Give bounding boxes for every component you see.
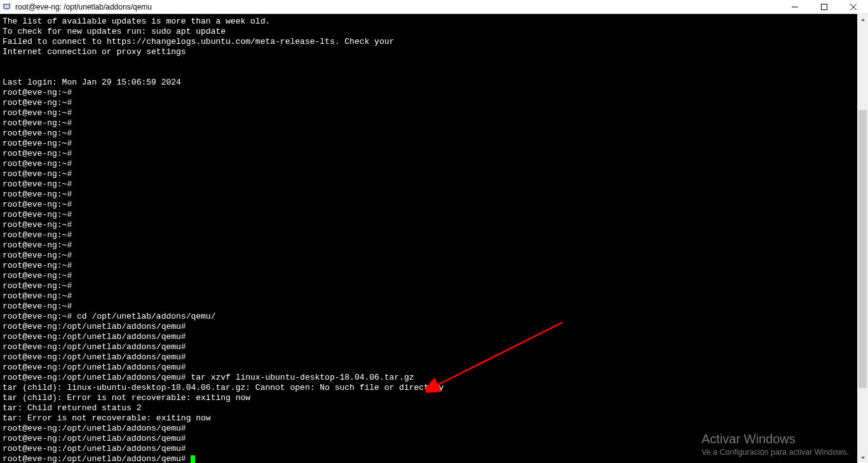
terminal-line: root@eve-ng:~# [3,261,857,271]
terminal-line: root@eve-ng:/opt/unetlab/addons/qemu# [3,363,857,373]
terminal-line: root@eve-ng:~# [3,169,857,179]
terminal-line: root@eve-ng:/opt/unetlab/addons/qemu# [3,322,857,332]
svg-rect-4 [822,4,827,10]
titlebar[interactable]: root@eve-ng: /opt/unetlab/addons/qemu [0,0,868,14]
terminal-line: root@eve-ng:~# [3,179,857,190]
scroll-up-button[interactable] [857,14,868,25]
terminal-line: root@eve-ng:/opt/unetlab/addons/qemu# [3,434,857,444]
terminal-line: root@eve-ng:~# cd /opt/unetlab/addons/qe… [3,312,857,322]
terminal-line: root@eve-ng:~# [3,118,857,128]
terminal-line: root@eve-ng:~# [3,210,857,220]
svg-rect-2 [5,9,8,10]
terminal-line: root@eve-ng:~# [3,281,857,291]
terminal-line: root@eve-ng:/opt/unetlab/addons/qemu# [3,424,857,434]
terminal-line: root@eve-ng:~# [3,149,857,159]
terminal-line: Last login: Mon Jan 29 15:06:59 2024 [3,78,857,88]
terminal-line: tar (child): linux-ubuntu-desktop-18.04.… [3,383,857,393]
scroll-thumb[interactable] [858,110,867,388]
terminal-line: root@eve-ng:~# [3,139,857,149]
terminal-line: root@eve-ng:~# [3,301,857,312]
scroll-down-button[interactable] [857,452,868,463]
terminal-line: root@eve-ng:/opt/unetlab/addons/qemu# ta… [3,373,857,383]
svg-rect-1 [4,4,10,8]
terminal-line: To check for new updates run: sudo apt u… [3,27,857,37]
terminal-active-line[interactable]: root@eve-ng:/opt/unetlab/addons/qemu# [3,454,857,463]
terminal-line: root@eve-ng:~# [3,271,857,281]
putty-icon [0,3,14,11]
terminal-line: Failed to connect to https://changelogs.… [3,37,857,47]
terminal-line: The list of available updates is more th… [3,17,857,27]
svg-rect-3 [4,10,9,10]
terminal-line: tar (child): Error is not recoverable: e… [3,393,857,403]
terminal-cursor [191,455,195,463]
terminal-line: root@eve-ng:/opt/unetlab/addons/qemu# [3,332,857,342]
terminal-line: Internet connection or proxy settings [3,47,857,57]
terminal-line: root@eve-ng:~# [3,240,857,251]
terminal-line: root@eve-ng:~# [3,220,857,230]
terminal-line [3,57,857,67]
putty-window: root@eve-ng: /opt/unetlab/addons/qemu Th… [0,0,868,463]
terminal-line: tar: Error is not recoverable: exiting n… [3,413,857,424]
terminal-output[interactable]: The list of available updates is more th… [0,14,857,463]
terminal-line: root@eve-ng:~# [3,200,857,210]
terminal-line: root@eve-ng:~# [3,108,857,118]
terminal-line: root@eve-ng:~# [3,159,857,169]
terminal-line: root@eve-ng:~# [3,88,857,98]
terminal-line: root@eve-ng:~# [3,291,857,301]
terminal-line: root@eve-ng:~# [3,190,857,200]
terminal-line: root@eve-ng:~# [3,128,857,139]
scroll-track[interactable] [857,25,868,452]
minimize-button[interactable] [780,0,810,13]
terminal-line: root@eve-ng:/opt/unetlab/addons/qemu# [3,342,857,352]
maximize-button[interactable] [810,0,839,13]
terminal-line [3,67,857,78]
window-controls [780,0,868,13]
window-title: root@eve-ng: /opt/unetlab/addons/qemu [14,3,780,11]
close-button[interactable] [839,0,868,13]
terminal-line: root@eve-ng:/opt/unetlab/addons/qemu# [3,352,857,363]
terminal-prompt: root@eve-ng:/opt/unetlab/addons/qemu# [3,454,191,463]
terminal-line: root@eve-ng:/opt/unetlab/addons/qemu# [3,444,857,454]
terminal-area[interactable]: The list of available updates is more th… [0,14,868,463]
terminal-line: root@eve-ng:~# [3,98,857,108]
terminal-line: root@eve-ng:~# [3,230,857,240]
terminal-line: tar: Child returned status 2 [3,403,857,413]
terminal-line: root@eve-ng:~# [3,251,857,261]
vertical-scrollbar[interactable] [857,14,868,463]
